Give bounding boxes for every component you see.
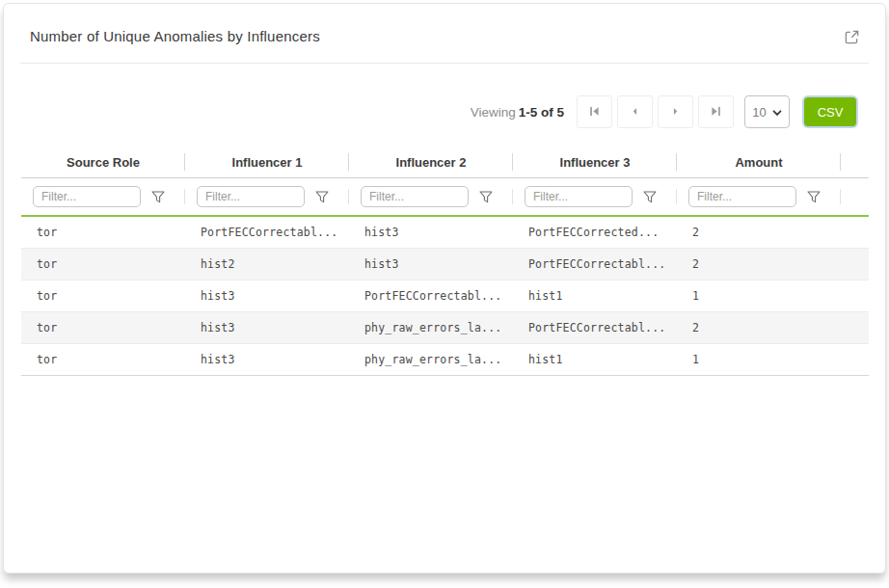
viewing-label: Viewing (471, 105, 516, 120)
cell-influencer-2: hist3 (349, 249, 513, 280)
cell-influencer-3: hist1 (513, 281, 677, 311)
viewing-status: Viewing1-5 of 5 (471, 105, 564, 120)
chevron-down-icon (772, 105, 782, 120)
column-header-amount[interactable]: Amount (677, 147, 841, 177)
cell-influencer-3: PortFECCorrectabl... (513, 249, 677, 280)
funnel-icon[interactable] (479, 191, 493, 203)
row-spacer (841, 217, 869, 248)
page-size-value: 10 (752, 105, 766, 120)
filter-cell-amount (677, 178, 841, 215)
first-page-icon (589, 105, 600, 120)
table-body: tor PortFECCorrectabl... hist3 PortFECCo… (21, 217, 869, 376)
table-row[interactable]: tor hist2 hist3 PortFECCorrectabl... 2 (21, 249, 869, 281)
cell-influencer-1: hist2 (185, 249, 349, 280)
filter-row (21, 178, 869, 215)
funnel-icon[interactable] (807, 191, 821, 203)
column-header-influencer-1[interactable]: Influencer 1 (185, 147, 349, 177)
cell-influencer-2: phy_raw_errors_la... (349, 312, 513, 343)
header-spacer (841, 147, 869, 177)
filter-input-source-role[interactable] (33, 186, 141, 207)
cell-influencer-2: PortFECCorrectabl... (349, 281, 513, 311)
column-header-influencer-3[interactable]: Influencer 3 (513, 147, 677, 177)
external-link-icon (844, 32, 860, 48)
row-spacer (841, 312, 869, 343)
row-spacer (841, 249, 869, 280)
last-page-button[interactable] (698, 95, 734, 128)
cell-source-role: tor (21, 249, 185, 280)
cell-influencer-1: PortFECCorrectabl... (185, 217, 349, 248)
open-external-button[interactable] (844, 29, 860, 49)
cell-amount: 1 (677, 281, 841, 311)
first-page-button[interactable] (577, 95, 612, 128)
cell-source-role: tor (21, 344, 185, 375)
cell-influencer-2: phy_raw_errors_la... (349, 344, 513, 375)
column-header-source-role[interactable]: Source Role (21, 147, 185, 177)
cell-influencer-3: hist1 (513, 344, 677, 375)
cell-amount: 2 (677, 312, 841, 343)
filter-cell-influencer-1 (185, 178, 349, 215)
row-spacer (841, 344, 869, 375)
table-header-row: Source Role Influencer 1 Influencer 2 In… (21, 147, 869, 178)
page: Number of Unique Anomalies by Influencer… (0, 0, 889, 588)
prev-page-icon (630, 105, 640, 120)
cell-influencer-3: PortFECCorrectabl... (513, 312, 677, 343)
filter-cell-influencer-2 (349, 178, 513, 215)
cell-source-role: tor (21, 312, 185, 343)
filter-input-amount[interactable] (688, 186, 796, 207)
row-spacer (841, 281, 869, 311)
filter-input-influencer-2[interactable] (361, 186, 469, 207)
filter-input-influencer-3[interactable] (525, 186, 633, 207)
last-page-icon (711, 105, 721, 120)
table-row[interactable]: tor hist3 phy_raw_errors_la... hist1 1 (21, 344, 869, 376)
previous-page-button[interactable] (617, 95, 653, 128)
card-header: Number of Unique Anomalies by Influencer… (4, 4, 885, 49)
filter-cell-source-role (21, 178, 185, 215)
cell-amount: 2 (677, 217, 841, 248)
funnel-icon[interactable] (643, 191, 657, 203)
filter-spacer (841, 178, 869, 215)
cell-influencer-3: PortFECCorrected... (513, 217, 677, 248)
cell-source-role: tor (21, 217, 185, 248)
pagination-buttons (577, 95, 734, 128)
cell-influencer-2: hist3 (349, 217, 513, 248)
filter-input-influencer-1[interactable] (197, 186, 305, 207)
funnel-icon[interactable] (315, 191, 329, 203)
cell-influencer-1: hist3 (185, 344, 349, 375)
table-row[interactable]: tor PortFECCorrectabl... hist3 PortFECCo… (21, 217, 869, 249)
next-page-icon (670, 105, 681, 120)
page-title: Number of Unique Anomalies by Influencer… (30, 28, 320, 44)
next-page-button[interactable] (658, 95, 693, 128)
cell-source-role: tor (21, 281, 185, 311)
table-row[interactable]: tor hist3 phy_raw_errors_la... PortFECCo… (21, 312, 869, 344)
anomalies-table: Source Role Influencer 1 Influencer 2 In… (21, 147, 869, 376)
csv-export-button[interactable]: CSV (804, 97, 856, 126)
funnel-icon[interactable] (151, 191, 165, 203)
page-size-select[interactable]: 10 (744, 95, 790, 128)
viewing-range: 1-5 of 5 (519, 105, 564, 120)
anomalies-card: Number of Unique Anomalies by Influencer… (3, 3, 886, 574)
column-header-influencer-2[interactable]: Influencer 2 (349, 147, 513, 177)
filter-cell-influencer-3 (513, 178, 677, 215)
header-divider (20, 63, 869, 64)
cell-amount: 1 (677, 344, 841, 375)
cell-influencer-1: hist3 (185, 281, 349, 311)
cell-influencer-1: hist3 (185, 312, 349, 343)
pagination-toolbar: Viewing1-5 of 5 (4, 95, 885, 128)
cell-amount: 2 (677, 249, 841, 280)
table-row[interactable]: tor hist3 PortFECCorrectabl... hist1 1 (21, 281, 869, 312)
